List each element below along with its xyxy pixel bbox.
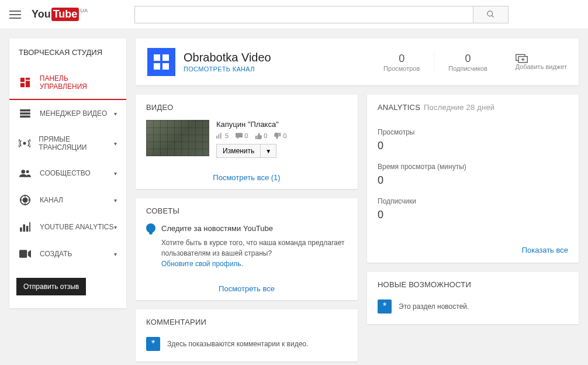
topbar: YouTubeUA: [0, 0, 588, 29]
svg-rect-29: [219, 135, 220, 139]
analytics-icon: [19, 222, 32, 232]
svg-rect-20: [26, 226, 29, 232]
sidebar-item-community[interactable]: СООБЩЕСТВО ▾: [9, 160, 126, 187]
sidebar-item-dashboard[interactable]: ПАНЕЛЬ УПРАВЛЕНИЯ: [9, 66, 126, 100]
search-icon: [486, 10, 495, 19]
create-icon: [19, 249, 32, 259]
chevron-down-icon: ▾: [114, 140, 117, 147]
videos-title: ВИДЕО: [136, 95, 358, 118]
edit-button[interactable]: Изменить: [216, 144, 261, 158]
tips-view-all-link[interactable]: Посмотреть все: [219, 284, 275, 293]
channel-avatar[interactable]: [147, 48, 175, 76]
add-widget-icon: [516, 54, 567, 63]
svg-point-10: [21, 170, 25, 174]
asterisk-icon: *: [378, 299, 392, 314]
analytics-title: ANALYTICSПоследние 28 дней: [367, 95, 579, 118]
search-wrap: [134, 6, 509, 23]
analytics-card: ANALYTICSПоследние 28 дней Просмотры 0 В…: [367, 95, 579, 263]
svg-rect-2: [20, 78, 25, 82]
svg-rect-31: [236, 133, 243, 137]
stat-views: 0 Просмотров: [369, 53, 434, 72]
video-stats: 5 0 0 0: [216, 132, 287, 139]
comments-title: КОММЕНТАРИИ: [136, 309, 358, 332]
logo-country: UA: [80, 8, 88, 13]
channel-icon: [19, 195, 32, 205]
add-widget-button[interactable]: Добавить виджет: [501, 54, 567, 70]
metric-views: Просмотры 0: [378, 128, 568, 152]
video-item: Капуцин "Плакса" 5 0 0 0 Изменить ▼: [136, 118, 358, 166]
stat-subscribers: 0 Подписчиков: [434, 53, 501, 72]
svg-line-1: [492, 15, 494, 17]
views-icon: 5: [216, 132, 229, 139]
svg-rect-18: [20, 228, 22, 232]
chevron-down-icon: ▾: [114, 197, 117, 204]
tip-link[interactable]: Обновите свой профиль.: [161, 260, 243, 268]
sidebar-item-label: КАНАЛ: [40, 196, 63, 204]
sidebar-item-label: ПРЯМЫЕ ТРАНСЛЯЦИИ: [39, 135, 114, 151]
analytics-show-all-link[interactable]: Показать все: [522, 246, 568, 254]
comments-card: КОММЕНТАРИИ * Здесь показываются коммент…: [136, 309, 358, 361]
chevron-down-icon: ▾: [114, 170, 117, 177]
svg-rect-5: [20, 83, 25, 87]
sidebar-item-label: МЕНЕДЖЕР ВИДЕО: [40, 109, 107, 118]
svg-rect-22: [19, 250, 27, 257]
tips-card: СОВЕТЫ Следите за новостями YouTube Хоти…: [136, 198, 358, 300]
comments-icon: 0: [236, 132, 248, 139]
likes-icon: 0: [255, 132, 267, 139]
videos-view-all-link[interactable]: Посмотреть все (1): [213, 173, 280, 182]
video-thumbnail[interactable]: [146, 120, 209, 156]
video-title[interactable]: Капуцин "Плакса": [216, 120, 287, 129]
asterisk-icon: *: [146, 337, 160, 351]
videos-card: ВИДЕО Капуцин "Плакса" 5 0 0 0: [136, 95, 358, 189]
menu-icon[interactable]: [9, 8, 21, 21]
sidebar-item-label: ПАНЕЛЬ УПРАВЛЕНИЯ: [40, 74, 117, 91]
analytics-period: Последние 28 дней: [424, 103, 494, 112]
metric-watch-time: Время просмотра (минуты) 0: [378, 163, 568, 187]
search-button[interactable]: [473, 6, 509, 23]
video-manager-icon: [19, 108, 32, 119]
svg-rect-7: [20, 112, 30, 115]
sidebar: ТВОРЧЕСКАЯ СТУДИЯ ПАНЕЛЬ УПРАВЛЕНИЯ МЕНЕ…: [9, 39, 126, 308]
sidebar-item-label: СООБЩЕСТВО: [40, 169, 91, 177]
tip-text: Хотите быть в курсе того, что наша коман…: [161, 239, 345, 257]
live-icon: [19, 138, 30, 149]
svg-point-9: [24, 142, 26, 144]
svg-rect-8: [20, 116, 30, 118]
news-text: Это раздел новостей.: [399, 302, 469, 311]
dashboard-icon: [19, 77, 32, 88]
svg-rect-28: [216, 136, 217, 139]
svg-point-13: [23, 198, 27, 202]
chevron-down-icon: ▾: [114, 224, 117, 230]
search-input[interactable]: [134, 6, 473, 23]
news-card: НОВЫЕ ВОЗМОЖНОСТИ * Это раздел новостей.: [367, 272, 579, 324]
feedback-button[interactable]: Отправить отзыв: [16, 278, 86, 295]
svg-rect-3: [26, 78, 30, 80]
chevron-down-icon: ▾: [114, 251, 117, 257]
sidebar-item-create[interactable]: СОЗДАТЬ ▾: [9, 240, 126, 267]
svg-rect-30: [220, 133, 222, 139]
community-icon: [19, 168, 32, 178]
svg-point-0: [487, 11, 493, 16]
edit-dropdown[interactable]: ▼: [261, 144, 276, 158]
sidebar-item-live[interactable]: ПРЯМЫЕ ТРАНСЛЯЦИИ ▾: [9, 127, 126, 160]
channel-name: Obrabotka Video: [184, 51, 271, 64]
sidebar-item-channel[interactable]: КАНАЛ ▾: [9, 187, 126, 214]
svg-rect-4: [26, 81, 30, 87]
svg-rect-6: [20, 109, 30, 112]
sidebar-item-analytics[interactable]: YOUTUBE ANALYTICS ▾: [9, 214, 126, 240]
svg-rect-21: [29, 222, 30, 232]
sidebar-title: ТВОРЧЕСКАЯ СТУДИЯ: [9, 39, 126, 66]
svg-point-11: [26, 170, 29, 173]
tips-title: СОВЕТЫ: [136, 198, 358, 221]
dislikes-icon: 0: [274, 132, 286, 139]
sidebar-item-video-manager[interactable]: МЕНЕДЖЕР ВИДЕО ▾: [9, 100, 126, 127]
svg-marker-32: [237, 137, 239, 139]
youtube-logo[interactable]: YouTubeUA: [32, 8, 88, 21]
person-icon: [146, 223, 155, 233]
tip-heading: Следите за новостями YouTube: [161, 224, 273, 233]
channel-header: Obrabotka Video ПОСМОТРЕТЬ КАНАЛ 0 Просм…: [136, 39, 579, 85]
comments-text: Здесь показываются комментарии к видео.: [167, 340, 308, 348]
news-title: НОВЫЕ ВОЗМОЖНОСТИ: [367, 272, 579, 295]
svg-rect-19: [23, 225, 25, 232]
view-channel-link[interactable]: ПОСМОТРЕТЬ КАНАЛ: [184, 66, 255, 73]
